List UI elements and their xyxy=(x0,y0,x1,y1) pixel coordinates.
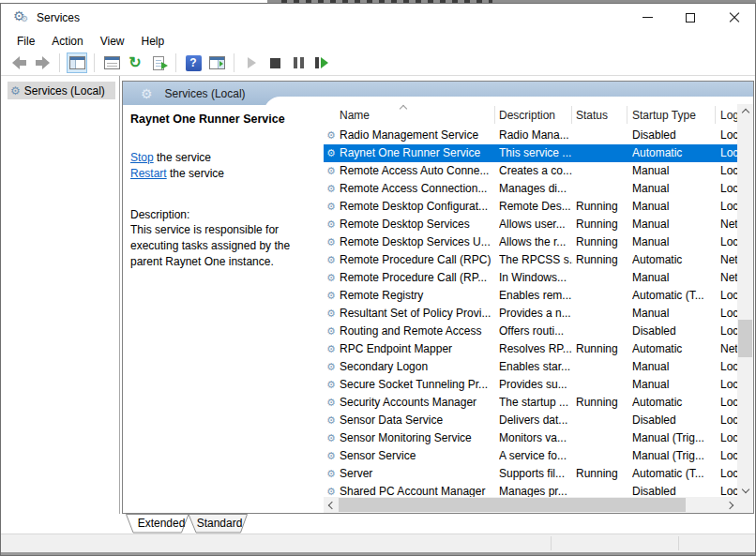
scrollbar-corner xyxy=(737,497,753,513)
service-gear-icon: ⚙ xyxy=(326,305,340,323)
service-row[interactable]: ⚙Remote Desktop Services U...Allows the … xyxy=(324,233,737,251)
column-header-status[interactable]: Status xyxy=(576,109,608,122)
refresh-button[interactable]: ↻ xyxy=(125,53,145,73)
service-row[interactable]: ⚙Raynet One Runner ServiceThis service .… xyxy=(324,144,737,162)
tree-item-services-local[interactable]: ⚙ Services (Local) xyxy=(8,82,115,99)
back-button[interactable] xyxy=(8,53,29,73)
column-header-startup-type[interactable]: Startup Type xyxy=(632,109,696,122)
column-header-description[interactable]: Description xyxy=(499,109,555,122)
column-header-name[interactable]: Name xyxy=(340,109,370,122)
start-service-icon xyxy=(248,57,256,68)
service-row[interactable]: ⚙RPC Endpoint MapperResolves RP...Runnin… xyxy=(324,340,737,358)
column-divider[interactable] xyxy=(571,106,572,124)
service-log-on-as: Loca xyxy=(720,144,737,162)
service-row[interactable]: ⚙Remote Procedure Call (RP...In Windows.… xyxy=(324,269,737,287)
scroll-up-button[interactable] xyxy=(737,104,753,120)
service-row[interactable]: ⚙Remote Access Auto Conne...Creates a co… xyxy=(324,162,737,180)
service-row[interactable]: ⚙Shared PC Account ManagerManages pr...D… xyxy=(324,483,737,497)
pause-service-button[interactable] xyxy=(288,53,309,73)
toolbar-separator xyxy=(175,53,176,72)
service-row[interactable]: ⚙Sensor Monitoring ServiceMonitors va...… xyxy=(324,429,737,447)
service-row[interactable]: ⚙Secondary LogonEnables star...ManualLoc… xyxy=(324,358,737,376)
column-divider[interactable] xyxy=(715,106,716,124)
menu-action[interactable]: Action xyxy=(43,33,91,50)
background-window-text-fragment xyxy=(281,0,492,3)
service-row[interactable]: ⚙Remote Desktop ServicesAllows user...Ru… xyxy=(324,216,737,233)
show-hide-action-pane-button[interactable] xyxy=(206,53,227,73)
stop-service-button[interactable] xyxy=(265,53,285,73)
forward-button[interactable] xyxy=(32,53,53,73)
service-status xyxy=(576,305,628,323)
service-status: Running xyxy=(576,340,628,358)
service-log-on-as: Loca xyxy=(720,447,737,465)
service-description: In Windows... xyxy=(499,269,573,287)
service-gear-icon: ⚙ xyxy=(326,198,340,216)
service-gear-icon: ⚙ xyxy=(326,269,340,287)
scroll-right-button[interactable] xyxy=(721,497,737,513)
vertical-scrollbar-thumb[interactable] xyxy=(738,320,752,357)
service-row[interactable]: ⚙Secure Socket Tunneling Pr...Provides s… xyxy=(324,376,737,394)
close-button[interactable] xyxy=(712,4,755,31)
service-log-on-as: Loca xyxy=(720,162,737,180)
scroll-left-button[interactable] xyxy=(324,497,340,513)
service-row[interactable]: ⚙Remote Access Connection...Manages di..… xyxy=(324,180,737,198)
title-bar[interactable]: ⚙ ⚙ Services xyxy=(1,4,755,31)
service-log-on-as: Netw xyxy=(720,251,737,269)
service-status: Running xyxy=(576,394,628,412)
column-divider[interactable] xyxy=(627,106,627,124)
column-header-log-on-as[interactable]: Log xyxy=(720,109,737,122)
restart-service-link[interactable]: Restart xyxy=(130,167,167,180)
scroll-down-button[interactable] xyxy=(737,481,753,497)
service-row[interactable]: ⚙Remote RegistryEnables rem...Automatic … xyxy=(324,287,737,305)
service-startup-type: Manual xyxy=(632,358,718,376)
status-bar xyxy=(1,533,755,552)
service-gear-icon: ⚙ xyxy=(326,376,340,394)
start-service-button[interactable] xyxy=(241,53,262,73)
menu-file[interactable]: File xyxy=(8,33,43,50)
service-description: The RPCSS s... xyxy=(499,251,573,269)
export-list-button[interactable] xyxy=(148,53,169,73)
service-startup-type: Automatic (T... xyxy=(632,287,718,305)
forward-arrow-icon xyxy=(36,56,50,69)
service-row[interactable]: ⚙Remote Desktop Configurat...Remote Des.… xyxy=(324,198,737,216)
service-row[interactable]: ⚙Radio Management ServiceRadio Mana...Di… xyxy=(324,127,737,144)
restart-service-button[interactable] xyxy=(311,53,332,73)
properties-button[interactable] xyxy=(101,53,122,73)
vertical-scrollbar[interactable] xyxy=(737,104,753,497)
service-gear-icon: ⚙ xyxy=(326,465,340,483)
service-name: Remote Registry xyxy=(340,287,494,305)
service-log-on-as: Loca xyxy=(720,394,737,412)
horizontal-scrollbar[interactable] xyxy=(324,497,737,513)
service-row[interactable]: ⚙ServerSupports fil...RunningAutomatic (… xyxy=(324,465,737,483)
column-divider[interactable] xyxy=(494,106,495,124)
show-hide-console-tree-button[interactable] xyxy=(67,53,87,73)
menu-help[interactable]: Help xyxy=(133,33,174,50)
description-text: This service is responsible for executin… xyxy=(130,222,303,270)
help-button[interactable]: ? xyxy=(183,53,204,73)
minimize-button[interactable] xyxy=(626,4,669,31)
service-startup-type: Manual xyxy=(632,216,718,233)
service-log-on-as: Netw xyxy=(720,340,737,358)
service-row[interactable]: ⚙Remote Procedure Call (RPC)The RPCSS s.… xyxy=(324,251,737,269)
tab-standard[interactable]: Standard xyxy=(192,517,247,530)
service-name: Remote Access Connection... xyxy=(340,180,494,198)
service-row[interactable]: ⚙Resultant Set of Policy Provi...Provide… xyxy=(324,305,737,323)
horizontal-scrollbar-thumb[interactable] xyxy=(339,498,686,512)
service-row[interactable]: ⚙Sensor ServiceA service fo...Manual (Tr… xyxy=(324,447,737,465)
tab-extended[interactable]: Extended xyxy=(135,517,188,530)
service-description: A service fo... xyxy=(499,447,573,465)
service-status xyxy=(576,162,628,180)
service-log-on-as: Loca xyxy=(720,429,737,447)
service-name: Resultant Set of Policy Provi... xyxy=(340,305,494,323)
toolbar-separator xyxy=(59,53,60,72)
menu-view[interactable]: View xyxy=(92,33,133,50)
service-status xyxy=(576,429,628,447)
service-row[interactable]: ⚙Routing and Remote AccessOffers routi..… xyxy=(324,323,737,340)
stop-service-link[interactable]: Stop xyxy=(130,151,154,164)
service-log-on-as: Loca xyxy=(720,287,737,305)
service-row[interactable]: ⚙Sensor Data ServiceDelivers dat...Disab… xyxy=(324,412,737,429)
maximize-button[interactable] xyxy=(669,4,712,31)
service-name: Sensor Data Service xyxy=(340,412,494,429)
service-gear-icon: ⚙ xyxy=(326,162,340,180)
service-row[interactable]: ⚙Security Accounts ManagerThe startup ..… xyxy=(324,394,737,412)
